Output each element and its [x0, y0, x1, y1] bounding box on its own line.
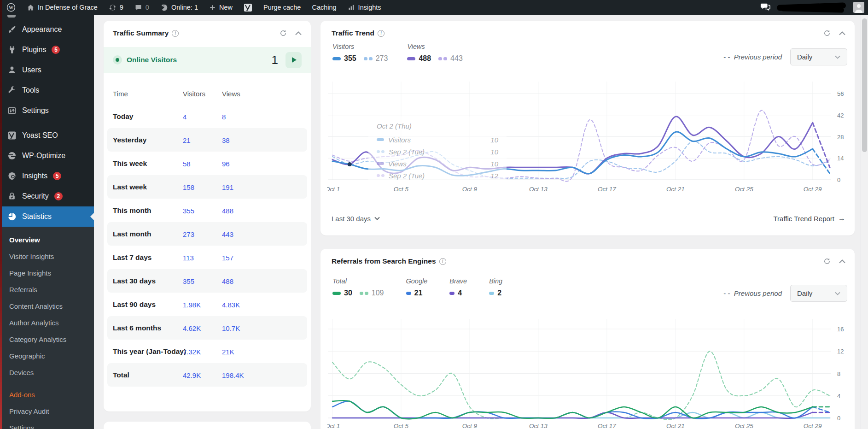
sidebar-item-insights[interactable]: Insights 5 [2, 166, 94, 186]
column-time: Time [113, 90, 128, 98]
visitors-link[interactable]: 1.98K [183, 300, 201, 308]
brave-pill [449, 292, 454, 295]
chevron-down-icon [835, 55, 840, 59]
visitors-link[interactable]: 355 [183, 277, 194, 285]
sidebar-item-wp-optimize[interactable]: WP-Optimize [2, 146, 94, 166]
submenu-item-referrals[interactable]: Referrals [2, 281, 94, 298]
sidebar-item-statistics[interactable]: Statistics [2, 206, 94, 227]
views-link[interactable]: 191 [222, 183, 233, 191]
views-link[interactable]: 38 [222, 136, 230, 144]
submenu-item-geographic[interactable]: Geographic [2, 347, 94, 364]
visitors-link[interactable]: 355 [183, 206, 194, 214]
pie-chart-icon [160, 4, 168, 12]
views-link[interactable]: 488 [222, 277, 233, 285]
sidebar-item-label: Appearance [22, 25, 62, 34]
visitors-link[interactable]: 4.62K [183, 324, 201, 332]
views-link[interactable]: 443 [222, 230, 233, 238]
svg-text:Oct 1: Oct 1 [327, 186, 340, 193]
submenu-item-content-analytics[interactable]: Content Analytics [2, 298, 94, 314]
table-row: This month355488 [104, 199, 311, 222]
visitors-link[interactable]: 158 [183, 183, 194, 191]
submenu-item-category-analytics[interactable]: Category Analytics [2, 331, 94, 347]
sidebar-item-appearance[interactable]: Appearance [2, 19, 94, 40]
sidebar-item-users[interactable]: Users [2, 60, 94, 80]
comments-menu[interactable]: 0 [134, 4, 149, 12]
online-visitors-menu[interactable]: Online: 1 [160, 4, 198, 12]
info-icon[interactable]: i [378, 30, 384, 37]
avatar[interactable] [853, 2, 864, 13]
site-menu[interactable]: In Defense of Grace [27, 4, 98, 12]
visitors-link[interactable]: 42.9K [183, 371, 201, 379]
tools-icon [7, 86, 17, 95]
interval-select[interactable]: Daily [790, 285, 847, 302]
plugins-badge: 5 [52, 46, 60, 54]
visitors-link[interactable]: 4 [183, 112, 186, 120]
submenu-item-add-ons[interactable]: Add-ons [2, 386, 94, 403]
views-link[interactable]: 198.4K [222, 371, 244, 379]
info-icon[interactable]: i [439, 258, 446, 265]
page-scrollbar[interactable] [861, 15, 868, 429]
sidebar-item-yoast-seo[interactable]: Yoast SEO [2, 125, 94, 146]
sidebar-item-label: Plugins [22, 46, 46, 54]
visitors-link[interactable]: 21 [183, 136, 191, 144]
chat-icon[interactable] [760, 2, 770, 13]
views-link[interactable]: 21K [222, 347, 234, 355]
yoast-icon [244, 3, 252, 12]
traffic-trend-report-link[interactable]: Traffic Trend Report → [773, 214, 845, 223]
submenu-item-overview[interactable]: Overview [2, 231, 94, 248]
views-link[interactable]: 10.7K [222, 324, 240, 332]
interval-select[interactable]: Daily [790, 48, 847, 65]
submenu-item-visitor-insights[interactable]: Visitor Insights [2, 248, 94, 264]
previous-period-label: - - Previous period [723, 53, 782, 61]
sidebar-item-security[interactable]: Security 2 [2, 186, 94, 206]
submenu-item-page-insights[interactable]: Page Insights [2, 264, 94, 281]
bing-pill [489, 292, 494, 295]
submenu-item-privacy-audit[interactable]: Privacy Audit [2, 403, 94, 419]
collapse-icon[interactable] [839, 31, 845, 35]
caching-menu[interactable]: Caching [312, 4, 336, 11]
scrollbar-thumb[interactable] [862, 18, 867, 152]
date-range-select[interactable]: Last 30 days [332, 215, 380, 223]
new-menu[interactable]: New [209, 4, 233, 11]
play-button[interactable] [285, 52, 302, 68]
purge-cache-menu[interactable]: Purge cache [263, 4, 301, 11]
refresh-icon[interactable] [280, 29, 287, 37]
views-link[interactable]: 4.83K [222, 300, 240, 308]
refresh-icon[interactable] [823, 258, 831, 265]
visitors-link[interactable]: 113 [183, 253, 194, 261]
summary-table: Today48 Yesterday2138 This week5896 Last… [104, 105, 311, 387]
sidebar-item-settings[interactable]: Settings [2, 100, 94, 121]
views-link[interactable]: 488 [222, 206, 233, 214]
views-link[interactable]: 8 [222, 112, 226, 120]
views-link[interactable]: 157 [222, 253, 233, 261]
visitors-link[interactable]: 273 [183, 230, 194, 238]
collapse-icon[interactable] [839, 259, 845, 264]
svg-text:0: 0 [837, 415, 840, 422]
sidebar-item-label: Settings [22, 106, 49, 115]
purge-cache-label: Purge cache [263, 4, 301, 11]
visitors-link[interactable]: 58 [183, 159, 191, 167]
sidebar-item-tools[interactable]: Tools [2, 80, 94, 100]
svg-text:12: 12 [837, 348, 844, 355]
refresh-icon[interactable] [823, 29, 831, 37]
collapse-icon[interactable] [295, 31, 302, 35]
insights-menu[interactable]: Insights [348, 4, 381, 11]
svg-text:Oct 5: Oct 5 [394, 186, 409, 193]
online-count: Online: 1 [171, 4, 198, 11]
wordpress-logo-icon[interactable]: W [6, 3, 16, 12]
bing-legend-group: Bing 2 [489, 277, 502, 297]
yoast-menu[interactable] [244, 3, 252, 12]
sidebar-item-plugins[interactable]: Plugins 5 [2, 40, 94, 60]
referrals-chart[interactable]: 0481216Oct 1Oct 5Oct 9Oct 13Oct 17Oct 21… [327, 319, 846, 429]
updates-menu[interactable]: 9 [109, 4, 123, 12]
updates-icon [109, 4, 117, 12]
submenu-item-devices[interactable]: Devices [2, 364, 94, 381]
table-row: Total42.9K198.4K [104, 363, 311, 387]
admin-sidebar: Appearance Plugins 5 Users Tools Setting… [2, 15, 94, 429]
submenu-item-settings[interactable]: Settings [2, 419, 94, 429]
views-link[interactable]: 96 [222, 159, 230, 167]
insights-badge: 5 [53, 172, 61, 180]
submenu-item-author-analytics[interactable]: Author Analytics [2, 314, 94, 331]
info-icon[interactable]: i [172, 30, 179, 37]
visitors-link[interactable]: 7.32K [183, 347, 201, 355]
